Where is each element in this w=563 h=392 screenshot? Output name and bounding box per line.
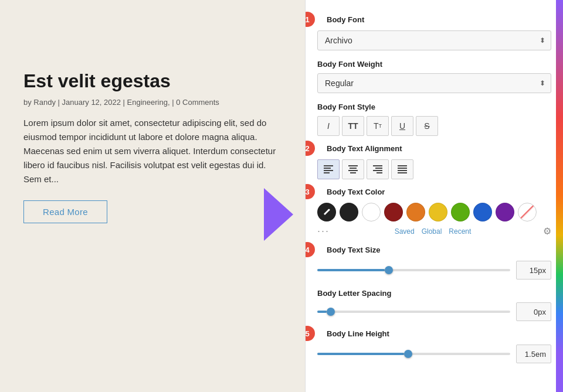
badge-3: 3 xyxy=(305,184,315,199)
badge-4: 4 xyxy=(305,242,315,257)
body-font-select[interactable]: Archivo xyxy=(317,30,551,50)
color-none[interactable] xyxy=(518,203,537,221)
svg-rect-12 xyxy=(377,172,382,173)
svg-rect-10 xyxy=(375,168,382,169)
color-more-dots[interactable]: ··· xyxy=(317,225,330,237)
preview-panel: Est velit egestas by Randy | January 12,… xyxy=(0,0,305,392)
color-settings-gear-icon[interactable]: ⚙ xyxy=(543,226,551,237)
badge-5: 5 xyxy=(305,326,315,341)
body-font-weight-select-wrapper[interactable]: Regular ⬍ xyxy=(317,73,551,93)
titlecase-button[interactable]: TT xyxy=(367,116,389,136)
svg-rect-4 xyxy=(324,172,330,173)
color-dark-red[interactable] xyxy=(384,203,403,221)
color-tab-recent[interactable]: Recent xyxy=(449,227,471,236)
color-section: ··· Saved Global Recent ⚙ xyxy=(317,203,551,237)
post-meta: by Randy | January 12, 2022 | Engineerin… xyxy=(23,98,282,107)
badge-1: 1 xyxy=(305,12,315,27)
color-yellow[interactable] xyxy=(429,203,447,221)
align-justify-button[interactable] xyxy=(391,159,413,179)
strikethrough-button[interactable]: S xyxy=(416,116,438,136)
body-letter-spacing-slider-row: 0px xyxy=(317,302,551,321)
arrow-decoration xyxy=(264,188,305,241)
svg-rect-11 xyxy=(373,170,382,171)
color-purple[interactable] xyxy=(496,203,514,221)
body-letter-spacing-value: 0px xyxy=(516,302,551,321)
body-font-style-label: Body Font Style xyxy=(317,103,551,111)
align-center-button[interactable] xyxy=(342,159,364,179)
svg-rect-3 xyxy=(324,170,333,171)
svg-rect-9 xyxy=(373,165,382,166)
body-text-size-track[interactable] xyxy=(317,269,510,271)
badge-2: 2 xyxy=(305,141,315,156)
align-right-button[interactable] xyxy=(367,159,389,179)
color-swatches xyxy=(317,203,551,221)
body-line-height-label: Body Line Height xyxy=(327,329,389,338)
body-line-height-value: 1.5em xyxy=(516,345,551,363)
color-picker-button[interactable] xyxy=(317,203,336,221)
alignment-buttons xyxy=(317,159,551,179)
body-letter-spacing-track[interactable] xyxy=(317,311,510,313)
svg-rect-8 xyxy=(350,172,356,173)
body-font-label: Body Font xyxy=(327,15,364,24)
body-text-size-value: 15px xyxy=(516,261,551,279)
color-tab-saved[interactable]: Saved xyxy=(395,227,415,236)
body-line-height-slider-row: 1.5em xyxy=(317,345,551,363)
settings-panel: 1 Body Font Archivo ⬍ Body Font Weight R… xyxy=(305,0,563,392)
body-font-weight-label: Body Font Weight xyxy=(317,60,551,69)
color-strip xyxy=(556,0,563,392)
svg-marker-0 xyxy=(264,188,293,241)
color-green[interactable] xyxy=(451,203,470,221)
underline-button[interactable]: U xyxy=(391,116,413,136)
color-white[interactable] xyxy=(362,203,381,221)
post-title: Est velit egestas xyxy=(23,70,282,92)
italic-button[interactable]: I xyxy=(317,116,340,136)
font-style-buttons: I TT TT U S xyxy=(317,116,551,136)
body-text-size-slider-row: 15px xyxy=(317,261,551,279)
svg-rect-13 xyxy=(398,165,407,166)
svg-rect-16 xyxy=(398,172,407,173)
body-text-alignment-label: Body Text Alignment xyxy=(327,144,402,153)
svg-rect-6 xyxy=(350,168,357,169)
body-text-color-label: Body Text Color xyxy=(327,188,385,196)
body-text-size-label: Body Text Size xyxy=(327,246,381,254)
svg-point-17 xyxy=(328,209,330,211)
body-font-weight-select[interactable]: Regular xyxy=(317,73,551,93)
svg-rect-7 xyxy=(348,170,358,171)
uppercase-button[interactable]: TT xyxy=(342,116,364,136)
svg-rect-5 xyxy=(348,165,358,166)
svg-rect-2 xyxy=(324,168,331,169)
read-more-button[interactable]: Read More xyxy=(23,200,107,223)
body-line-height-track[interactable] xyxy=(317,353,510,355)
color-black[interactable] xyxy=(340,203,358,221)
post-excerpt: Lorem ipsum dolor sit amet, consectetur … xyxy=(23,116,282,186)
body-letter-spacing-label: Body Letter Spacing xyxy=(317,289,551,298)
color-blue[interactable] xyxy=(473,203,492,221)
color-orange[interactable] xyxy=(406,203,425,221)
body-font-select-wrapper[interactable]: Archivo ⬍ xyxy=(317,30,551,50)
svg-rect-1 xyxy=(324,165,333,166)
svg-rect-14 xyxy=(398,168,407,169)
color-tab-global[interactable]: Global xyxy=(422,227,442,236)
align-left-button[interactable] xyxy=(317,159,340,179)
svg-rect-15 xyxy=(398,170,407,171)
